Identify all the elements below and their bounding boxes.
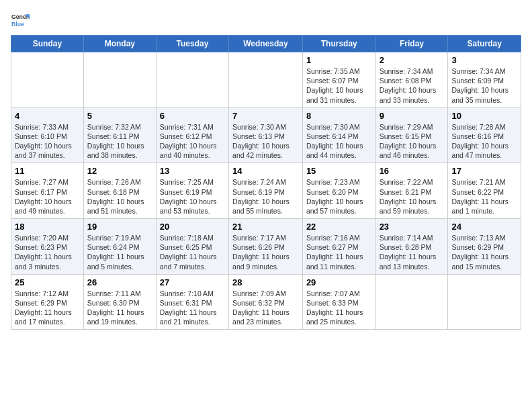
day-number: 27 [160,277,225,287]
day-detail: Sunrise: 7:29 AM Sunset: 6:15 PM Dayligh… [380,122,445,161]
day-number: 14 [232,166,299,176]
day-number: 7 [232,111,299,121]
day-number: 25 [15,277,80,287]
calendar-cell: 20Sunrise: 7:18 AM Sunset: 6:25 PM Dayli… [156,219,228,275]
calendar-cell: 10Sunrise: 7:28 AM Sunset: 6:16 PM Dayli… [448,107,521,163]
day-number: 28 [232,277,299,287]
weekday-header-friday: Friday [375,36,448,52]
calendar-cell [83,52,156,108]
calendar-cell: 6Sunrise: 7:31 AM Sunset: 6:12 PM Daylig… [156,107,228,163]
page-header: General Blue [11,11,521,30]
day-detail: Sunrise: 7:33 AM Sunset: 6:10 PM Dayligh… [15,122,80,161]
calendar-cell: 14Sunrise: 7:24 AM Sunset: 6:19 PM Dayli… [229,163,303,219]
day-detail: Sunrise: 7:17 AM Sunset: 6:26 PM Dayligh… [232,233,299,271]
day-detail: Sunrise: 7:10 AM Sunset: 6:31 PM Dayligh… [160,289,225,327]
day-detail: Sunrise: 7:30 AM Sunset: 6:13 PM Dayligh… [232,122,299,161]
day-number: 22 [306,222,372,232]
day-detail: Sunrise: 7:16 AM Sunset: 6:27 PM Dayligh… [306,233,372,271]
day-detail: Sunrise: 7:18 AM Sunset: 6:25 PM Dayligh… [160,233,225,271]
calendar-cell [11,52,84,108]
calendar-cell: 8Sunrise: 7:30 AM Sunset: 6:14 PM Daylig… [302,107,375,163]
day-number: 29 [306,277,372,287]
calendar-cell: 7Sunrise: 7:30 AM Sunset: 6:13 PM Daylig… [229,107,303,163]
day-detail: Sunrise: 7:32 AM Sunset: 6:11 PM Dayligh… [87,122,152,161]
day-detail: Sunrise: 7:23 AM Sunset: 6:20 PM Dayligh… [306,177,372,216]
day-number: 12 [87,166,152,176]
calendar-cell: 11Sunrise: 7:27 AM Sunset: 6:17 PM Dayli… [11,163,84,219]
logo-icon: General Blue [11,11,30,30]
day-detail: Sunrise: 7:34 AM Sunset: 6:08 PM Dayligh… [380,66,445,105]
calendar-cell: 9Sunrise: 7:29 AM Sunset: 6:15 PM Daylig… [375,107,448,163]
weekday-header-thursday: Thursday [302,36,375,52]
week-row-1: 4Sunrise: 7:33 AM Sunset: 6:10 PM Daylig… [11,107,521,163]
calendar-cell [375,274,448,330]
day-number: 2 [380,55,445,65]
calendar-cell: 1Sunrise: 7:35 AM Sunset: 6:07 PM Daylig… [302,52,375,108]
day-number: 17 [451,166,517,176]
calendar-cell: 18Sunrise: 7:20 AM Sunset: 6:23 PM Dayli… [11,219,84,275]
day-detail: Sunrise: 7:20 AM Sunset: 6:23 PM Dayligh… [15,233,80,271]
svg-text:Blue: Blue [11,21,24,28]
day-detail: Sunrise: 7:24 AM Sunset: 6:19 PM Dayligh… [232,177,299,216]
calendar-cell: 13Sunrise: 7:25 AM Sunset: 6:19 PM Dayli… [156,163,228,219]
calendar-cell: 23Sunrise: 7:14 AM Sunset: 6:28 PM Dayli… [375,219,448,275]
day-number: 24 [451,222,517,232]
day-number: 1 [306,55,372,65]
week-row-2: 11Sunrise: 7:27 AM Sunset: 6:17 PM Dayli… [11,163,521,219]
day-number: 15 [306,166,372,176]
day-number: 21 [232,222,299,232]
calendar-cell: 28Sunrise: 7:09 AM Sunset: 6:32 PM Dayli… [229,274,303,330]
day-detail: Sunrise: 7:22 AM Sunset: 6:21 PM Dayligh… [380,177,445,216]
weekday-header-monday: Monday [83,36,156,52]
day-detail: Sunrise: 7:13 AM Sunset: 6:29 PM Dayligh… [451,233,517,271]
weekday-header-tuesday: Tuesday [156,36,228,52]
day-detail: Sunrise: 7:19 AM Sunset: 6:24 PM Dayligh… [87,233,152,271]
calendar-cell: 29Sunrise: 7:07 AM Sunset: 6:33 PM Dayli… [302,274,375,330]
logo: General Blue [11,11,32,30]
day-detail: Sunrise: 7:14 AM Sunset: 6:28 PM Dayligh… [380,233,445,271]
day-number: 8 [306,111,372,121]
week-row-3: 18Sunrise: 7:20 AM Sunset: 6:23 PM Dayli… [11,219,521,275]
day-detail: Sunrise: 7:07 AM Sunset: 6:33 PM Dayligh… [306,289,372,327]
day-detail: Sunrise: 7:34 AM Sunset: 6:09 PM Dayligh… [451,66,517,105]
day-number: 3 [451,55,517,65]
calendar-cell: 2Sunrise: 7:34 AM Sunset: 6:08 PM Daylig… [375,52,448,108]
calendar-cell: 27Sunrise: 7:10 AM Sunset: 6:31 PM Dayli… [156,274,228,330]
day-number: 13 [160,166,225,176]
day-detail: Sunrise: 7:25 AM Sunset: 6:19 PM Dayligh… [160,177,225,216]
calendar-cell: 15Sunrise: 7:23 AM Sunset: 6:20 PM Dayli… [302,163,375,219]
calendar-cell [448,274,521,330]
calendar-table: SundayMondayTuesdayWednesdayThursdayFrid… [11,35,521,330]
week-row-0: 1Sunrise: 7:35 AM Sunset: 6:07 PM Daylig… [11,52,521,108]
calendar-cell [156,52,228,108]
day-number: 4 [15,111,80,121]
calendar-cell: 24Sunrise: 7:13 AM Sunset: 6:29 PM Dayli… [448,219,521,275]
day-number: 11 [15,166,80,176]
calendar-cell: 3Sunrise: 7:34 AM Sunset: 6:09 PM Daylig… [448,52,521,108]
day-detail: Sunrise: 7:30 AM Sunset: 6:14 PM Dayligh… [306,122,372,161]
calendar-cell: 17Sunrise: 7:21 AM Sunset: 6:22 PM Dayli… [448,163,521,219]
day-number: 5 [87,111,152,121]
weekday-header-wednesday: Wednesday [229,36,303,52]
day-number: 9 [380,111,445,121]
calendar-cell: 21Sunrise: 7:17 AM Sunset: 6:26 PM Dayli… [229,219,303,275]
day-detail: Sunrise: 7:27 AM Sunset: 6:17 PM Dayligh… [15,177,80,216]
day-number: 20 [160,222,225,232]
day-number: 23 [380,222,445,232]
day-number: 19 [87,222,152,232]
calendar-cell: 26Sunrise: 7:11 AM Sunset: 6:30 PM Dayli… [83,274,156,330]
day-number: 16 [380,166,445,176]
day-detail: Sunrise: 7:09 AM Sunset: 6:32 PM Dayligh… [232,289,299,327]
day-number: 10 [451,111,517,121]
day-detail: Sunrise: 7:12 AM Sunset: 6:29 PM Dayligh… [15,289,80,327]
day-detail: Sunrise: 7:35 AM Sunset: 6:07 PM Dayligh… [306,66,372,105]
day-number: 26 [87,277,152,287]
weekday-header-sunday: Sunday [11,36,84,52]
calendar-cell: 19Sunrise: 7:19 AM Sunset: 6:24 PM Dayli… [83,219,156,275]
calendar-cell: 5Sunrise: 7:32 AM Sunset: 6:11 PM Daylig… [83,107,156,163]
day-detail: Sunrise: 7:11 AM Sunset: 6:30 PM Dayligh… [87,289,152,327]
calendar-cell [229,52,303,108]
day-number: 6 [160,111,225,121]
calendar-cell: 12Sunrise: 7:26 AM Sunset: 6:18 PM Dayli… [83,163,156,219]
day-detail: Sunrise: 7:21 AM Sunset: 6:22 PM Dayligh… [451,177,517,216]
